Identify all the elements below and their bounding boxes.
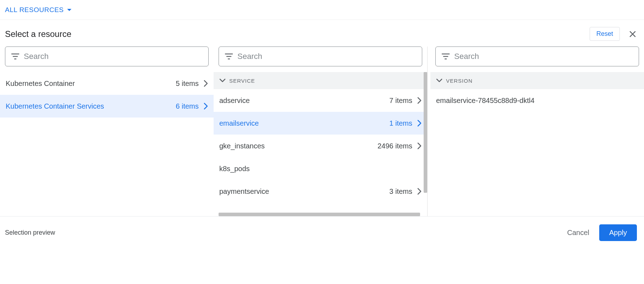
filter-icon <box>11 53 20 60</box>
column-resource-type: Kubernetes Container 5 items Kubernetes … <box>0 47 214 216</box>
service-list: adservice 7 items emailservice 1 items <box>214 89 427 216</box>
cancel-button[interactable]: Cancel <box>567 229 589 237</box>
search-input[interactable] <box>454 52 633 61</box>
list-item[interactable]: Kubernetes Container 5 items <box>0 72 214 95</box>
chevron-right-icon <box>417 97 422 104</box>
all-resources-label: ALL RESOURCES <box>5 6 64 14</box>
search-wrap <box>0 47 214 72</box>
apply-button[interactable]: Apply <box>599 224 637 241</box>
chevron-right-icon <box>417 188 422 195</box>
list-item-label: paymentservice <box>219 187 269 196</box>
page-title: Select a resource <box>5 29 71 39</box>
close-icon <box>628 30 637 38</box>
chevron-down-icon <box>219 78 226 83</box>
search-input[interactable] <box>237 52 416 61</box>
list-item-count: 3 items <box>390 187 412 196</box>
filter-icon <box>225 53 233 60</box>
list-item-label: adservice <box>219 97 250 105</box>
list-item[interactable]: emailservice 1 items <box>214 112 427 135</box>
selection-preview-label: Selection preview <box>5 229 55 236</box>
chevron-right-icon <box>417 142 422 149</box>
header-actions: Reset <box>590 27 639 41</box>
topbar: ALL RESOURCES <box>0 0 644 20</box>
footer: Selection preview Cancel Apply <box>0 216 644 249</box>
list-item[interactable]: gke_instances 2496 items <box>214 135 427 157</box>
divider <box>427 47 428 216</box>
column-header-label: VERSION <box>446 78 473 84</box>
version-list: emailservice-78455c88d9-dktl4 <box>430 89 644 216</box>
chevron-right-icon <box>204 103 208 110</box>
list-item[interactable]: k8s_pods <box>214 157 427 180</box>
search-wrap <box>214 47 427 72</box>
columns: Kubernetes Container 5 items Kubernetes … <box>0 47 644 216</box>
list-item-label: Kubernetes Container Services <box>6 102 104 110</box>
list-item-count: 1 items <box>390 119 412 127</box>
column-header[interactable]: SERVICE <box>214 72 427 89</box>
footer-actions: Cancel Apply <box>567 224 637 241</box>
chevron-right-icon <box>204 80 208 87</box>
filter-icon <box>441 53 450 60</box>
list-item-label: Kubernetes Container <box>6 80 75 88</box>
search-input[interactable] <box>24 52 203 61</box>
list-item[interactable]: adservice 7 items <box>214 89 427 112</box>
column-version: VERSION emailservice-78455c88d9-dktl4 <box>430 47 644 216</box>
list-item-label: gke_instances <box>219 142 265 150</box>
list-item-count: 2496 items <box>377 142 412 150</box>
list-item-label: k8s_pods <box>219 165 250 173</box>
list-item-count: 7 items <box>390 97 412 105</box>
scrollbar-vertical[interactable] <box>424 72 427 193</box>
reset-button[interactable]: Reset <box>590 27 620 41</box>
list-item-count: 5 items <box>176 80 199 88</box>
list-item-label: emailservice-78455c88d9-dktl4 <box>436 97 535 105</box>
list-item-label: emailservice <box>219 119 259 127</box>
caret-down-icon <box>67 9 71 11</box>
column-header-label: SERVICE <box>229 78 255 84</box>
scrollbar-horizontal[interactable] <box>219 213 420 216</box>
chevron-down-icon <box>436 78 442 83</box>
column-header[interactable]: VERSION <box>430 72 644 89</box>
search-wrap <box>430 47 644 72</box>
close-button[interactable] <box>626 28 639 40</box>
all-resources-dropdown[interactable]: ALL RESOURCES <box>5 6 71 14</box>
search-box[interactable] <box>5 47 209 66</box>
resource-type-list: Kubernetes Container 5 items Kubernetes … <box>0 72 214 216</box>
chevron-right-icon <box>417 120 422 127</box>
list-item-count: 6 items <box>176 102 199 110</box>
header: Select a resource Reset <box>0 20 644 47</box>
list-item[interactable]: paymentservice 3 items <box>214 180 427 203</box>
column-service: SERVICE adservice 7 items emailservice 1… <box>214 47 427 216</box>
search-box[interactable] <box>435 47 639 66</box>
list-item[interactable]: emailservice-78455c88d9-dktl4 <box>430 89 644 112</box>
search-box[interactable] <box>219 47 422 66</box>
list-item[interactable]: Kubernetes Container Services 6 items <box>0 95 214 118</box>
